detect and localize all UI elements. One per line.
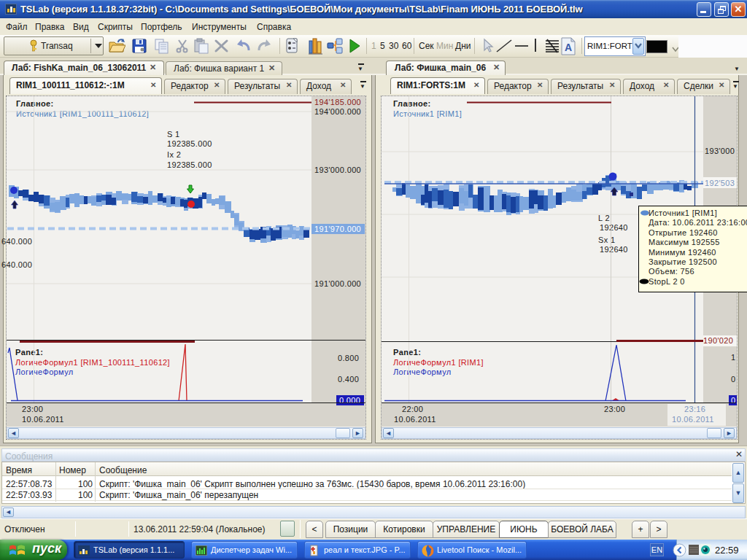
svg-text:A: A — [565, 42, 572, 53]
